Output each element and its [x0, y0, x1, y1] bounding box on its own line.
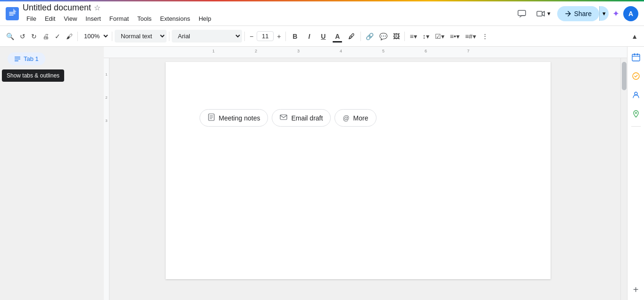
spellcheck-button[interactable]: ✓ [52, 29, 63, 44]
doc-title[interactable]: Untitled document [23, 3, 91, 13]
show-tabs-tooltip: Show tabs & outlines [2, 69, 64, 82]
menu-view[interactable]: View [60, 13, 81, 24]
separator-7 [404, 32, 405, 41]
email-draft-button[interactable]: Email draft [272, 109, 331, 127]
meeting-notes-label: Meeting notes [219, 114, 260, 122]
more-toolbar-button[interactable]: ⋮ [479, 29, 491, 44]
checklist-button[interactable]: ☑▾ [433, 29, 447, 44]
meeting-notes-button[interactable]: Meeting notes [200, 109, 268, 127]
separator-6 [360, 32, 361, 41]
tab1-button[interactable]: Tab 1 [8, 52, 45, 65]
share-button[interactable]: Share [557, 6, 599, 21]
insert-comment-button[interactable]: 💬 [377, 29, 390, 44]
bullet-list-button[interactable]: ≡•▾ [448, 29, 462, 44]
separator-4 [244, 32, 245, 41]
undo-button[interactable]: ↺ [17, 29, 28, 44]
calendar-panel-icon[interactable] [629, 51, 643, 64]
share-label: Share [574, 10, 592, 17]
ruler: 1 2 3 4 5 6 7 [104, 47, 627, 58]
meet-label: ▾ [547, 10, 551, 17]
menu-format[interactable]: Format [106, 13, 133, 24]
scrollbar-thumb[interactable] [622, 62, 627, 90]
font-size-input[interactable] [257, 31, 274, 41]
people-panel-icon[interactable] [629, 88, 643, 102]
google-docs-logo [6, 7, 19, 20]
line-spacing-button[interactable]: ↕▾ [420, 29, 432, 44]
paragraph-style-select[interactable]: Normal text Heading 1 Heading 2 Title [115, 30, 167, 43]
ruler-area: 1 2 3 4 5 6 7 1 2 3 [104, 47, 627, 300]
add-panel-button[interactable]: + [629, 283, 643, 296]
right-panel: + [627, 47, 644, 300]
bold-button[interactable]: B [288, 29, 301, 44]
document-scroll-area[interactable]: Meeting notes Email draft [109, 58, 620, 300]
numbered-list-button[interactable]: ≡#▾ [463, 29, 478, 44]
tasks-panel-icon[interactable] [629, 69, 643, 83]
left-sidebar: Tab 1 Show tabs & outlines [0, 47, 104, 300]
svg-point-13 [635, 112, 636, 114]
vertical-ruler: 1 2 3 [104, 58, 109, 300]
separator-5 [285, 32, 286, 41]
svg-rect-4 [15, 59, 20, 60]
ruler-mark: 6 [425, 49, 427, 53]
page-content[interactable]: Meeting notes Email draft [166, 62, 551, 251]
share-dropdown-button[interactable]: ▾ [599, 6, 609, 21]
menu-insert[interactable]: Insert [82, 13, 105, 24]
collapse-toolbar-button[interactable]: ▲ [629, 29, 640, 44]
font-size-increase-button[interactable]: + [275, 29, 283, 44]
title-bar: Untitled document ☆ File Edit View Inser… [0, 1, 644, 26]
align-button[interactable]: ≡▾ [407, 29, 419, 44]
ruler-mark: 2 [255, 49, 257, 53]
ruler-mark: 1 [212, 49, 215, 53]
meet-button[interactable]: ▾ [533, 6, 553, 21]
svg-rect-3 [15, 57, 20, 58]
separator-3 [169, 32, 169, 41]
more-button[interactable]: @ More [335, 109, 376, 127]
font-select[interactable]: Arial Times New Roman Courier New [172, 30, 242, 43]
user-avatar[interactable]: A [623, 6, 638, 21]
header-right: ▾ Share ▾ ✦ A [514, 6, 638, 21]
highlight-button[interactable]: 🖊 [345, 29, 358, 44]
menu-file[interactable]: File [23, 13, 40, 24]
email-draft-label: Email draft [291, 114, 323, 122]
underline-button[interactable]: U [317, 29, 330, 44]
doc-title-area: Untitled document ☆ File Edit View Inser… [23, 3, 510, 24]
insert-image-button[interactable]: 🖼 [391, 29, 402, 44]
chat-button[interactable] [514, 6, 529, 21]
svg-rect-9 [634, 53, 635, 55]
more-label: More [353, 114, 368, 122]
menu-tools[interactable]: Tools [134, 13, 155, 24]
menu-extensions[interactable]: Extensions [156, 13, 194, 24]
svg-rect-10 [637, 53, 638, 55]
separator-2 [112, 32, 112, 41]
email-draft-icon [280, 113, 287, 122]
svg-rect-1 [518, 10, 526, 16]
svg-rect-8 [632, 54, 640, 61]
more-icon: @ [343, 114, 349, 122]
document-page: Meeting notes Email draft [166, 62, 551, 279]
maps-panel-icon[interactable] [629, 107, 643, 120]
main-area: Tab 1 Show tabs & outlines 1 2 3 4 5 6 7… [0, 47, 644, 300]
tab1-label: Tab 1 [24, 55, 39, 62]
scrollbar[interactable] [620, 58, 627, 300]
text-color-button[interactable]: A [331, 29, 344, 44]
toolbar: 🔍 ↺ ↻ 🖨 ✓ 🖌 100% 75% 125% 150% Normal te… [0, 26, 644, 47]
paint-format-button[interactable]: 🖌 [64, 29, 75, 44]
italic-button[interactable]: I [302, 29, 316, 44]
quick-actions-bar: Meeting notes Email draft [200, 109, 517, 127]
menu-help[interactable]: Help [195, 13, 215, 24]
insert-link-button[interactable]: 🔗 [363, 29, 376, 44]
svg-rect-2 [537, 11, 542, 16]
svg-point-12 [635, 92, 637, 95]
scrollbar-track [621, 58, 627, 300]
tab-icon [14, 56, 21, 62]
star-icon[interactable]: ☆ [94, 3, 100, 12]
search-button[interactable]: 🔍 [4, 29, 17, 44]
gemini-icon[interactable]: ✦ [612, 9, 619, 19]
font-size-decrease-button[interactable]: − [247, 29, 256, 44]
redo-button[interactable]: ↻ [29, 29, 39, 44]
ruler-mark: 7 [467, 49, 469, 53]
print-button[interactable]: 🖨 [40, 29, 51, 44]
ruler-mark: 3 [297, 49, 300, 53]
zoom-select[interactable]: 100% 75% 125% 150% [80, 31, 109, 41]
menu-edit[interactable]: Edit [41, 13, 59, 24]
